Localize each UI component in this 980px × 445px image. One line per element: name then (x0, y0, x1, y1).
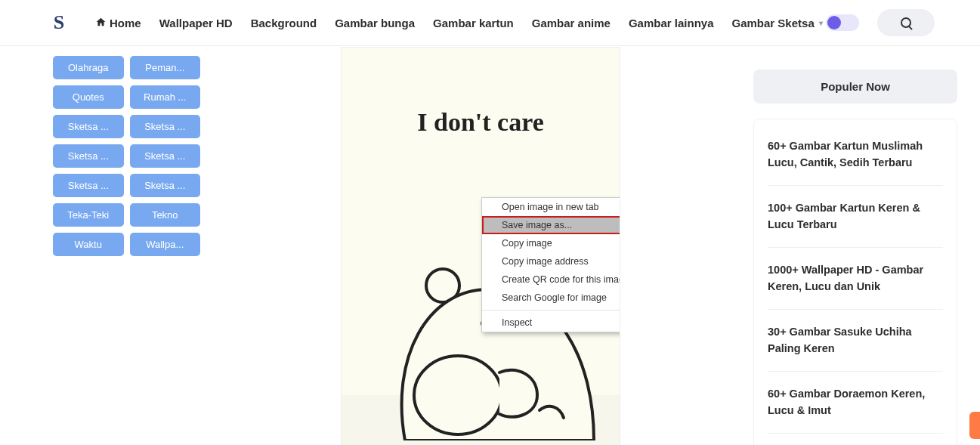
search-icon (901, 17, 911, 28)
main-nav: Home Wallpaper HD Background Gambar bung… (95, 17, 826, 29)
tag-item[interactable]: Sketsa ... (130, 115, 201, 138)
nav-gambar-sketsa[interactable]: Gambar Sketsa ▾ (732, 17, 823, 29)
svg-point-1 (414, 356, 502, 434)
nav-home[interactable]: Home (95, 17, 141, 29)
tag-item[interactable]: Sketsa ... (130, 144, 201, 168)
site-logo[interactable]: S (45, 9, 73, 36)
chevron-down-icon: ▾ (819, 19, 823, 27)
nav-gambar-bunga[interactable]: Gambar bunga (335, 17, 415, 29)
ctx-search-google[interactable]: Search Google for image (482, 289, 620, 307)
nav-gambar-anime[interactable]: Gambar anime (532, 17, 611, 29)
tag-grid: Olahraga Peman... Quotes Rumah ... Skets… (53, 56, 200, 256)
scroll-top-button[interactable] (969, 412, 980, 439)
tag-item[interactable]: Sketsa ... (130, 174, 201, 197)
nav-gambar-kartun[interactable]: Gambar kartun (433, 17, 514, 29)
image-frame: I don't care Open image in new tab Save … (341, 47, 620, 445)
popular-title: Populer Now (753, 70, 957, 104)
nav-label: Home (110, 17, 141, 29)
popular-item[interactable]: 60+ Gambar Anime Keren, Lucu & Sedih (768, 434, 943, 445)
nav-background[interactable]: Background (251, 17, 317, 29)
toggle-thumb (827, 16, 841, 29)
nav-wallpaper-hd[interactable]: Wallpaper HD (159, 17, 233, 29)
home-icon (95, 17, 107, 29)
image-caption-text: I don't care (342, 108, 620, 137)
nav-gambar-lainnya[interactable]: Gambar lainnya (629, 17, 714, 29)
tag-item[interactable]: Olahraga (53, 56, 124, 79)
popular-item[interactable]: 1000+ Wallpaper HD - Gambar Keren, Lucu … (768, 248, 943, 310)
tag-sidebar: Olahraga Peman... Quotes Rumah ... Skets… (0, 47, 223, 445)
tag-item[interactable]: Sketsa ... (53, 115, 124, 138)
page-body: Olahraga Peman... Quotes Rumah ... Skets… (0, 0, 980, 445)
popular-item[interactable]: 60+ Gambar Kartun Muslimah Lucu, Cantik,… (768, 124, 943, 186)
context-menu: Open image in new tab Save image as... C… (481, 197, 620, 332)
ctx-inspect-label: Inspect (502, 317, 532, 328)
tag-item[interactable]: Teka-Teki (53, 203, 124, 227)
site-header: S Home Wallpaper HD Background Gambar bu… (0, 0, 980, 46)
popular-list: 60+ Gambar Kartun Muslimah Lucu, Cantik,… (753, 119, 957, 445)
tag-item[interactable]: Rumah ... (130, 85, 201, 109)
ctx-copy-image[interactable]: Copy image (482, 234, 620, 252)
ctx-inspect[interactable]: Inspect Ctrl+Shift+I (482, 314, 620, 332)
tag-item[interactable]: Waktu (53, 233, 124, 256)
tag-item[interactable]: Sketsa ... (53, 174, 124, 197)
tag-item[interactable]: Sketsa ... (53, 144, 124, 168)
header-right (826, 9, 935, 36)
tag-item[interactable]: Quotes (53, 85, 124, 109)
ctx-separator (482, 310, 620, 311)
tag-item[interactable]: Tekno (130, 203, 201, 227)
right-sidebar: Populer Now 60+ Gambar Kartun Muslimah L… (738, 47, 980, 445)
main-content: I don't care Open image in new tab Save … (223, 47, 738, 445)
nav-label: Gambar Sketsa (732, 17, 815, 29)
tag-item[interactable]: Wallpa... (130, 233, 201, 256)
search-button[interactable] (877, 9, 935, 36)
popular-item[interactable]: 60+ Gambar Doraemon Keren, Lucu & Imut (768, 372, 943, 434)
ctx-save-image-as[interactable]: Save image as... (482, 216, 620, 234)
popular-item[interactable]: 100+ Gambar Kartun Keren & Lucu Terbaru (768, 186, 943, 248)
ctx-copy-image-address[interactable]: Copy image address (482, 252, 620, 270)
theme-toggle[interactable] (826, 14, 859, 31)
popular-item[interactable]: 30+ Gambar Sasuke Uchiha Paling Keren (768, 310, 943, 372)
ctx-open-new-tab[interactable]: Open image in new tab (482, 198, 620, 216)
ctx-create-qr[interactable]: Create QR code for this image (482, 270, 620, 289)
tag-item[interactable]: Peman... (130, 56, 201, 79)
